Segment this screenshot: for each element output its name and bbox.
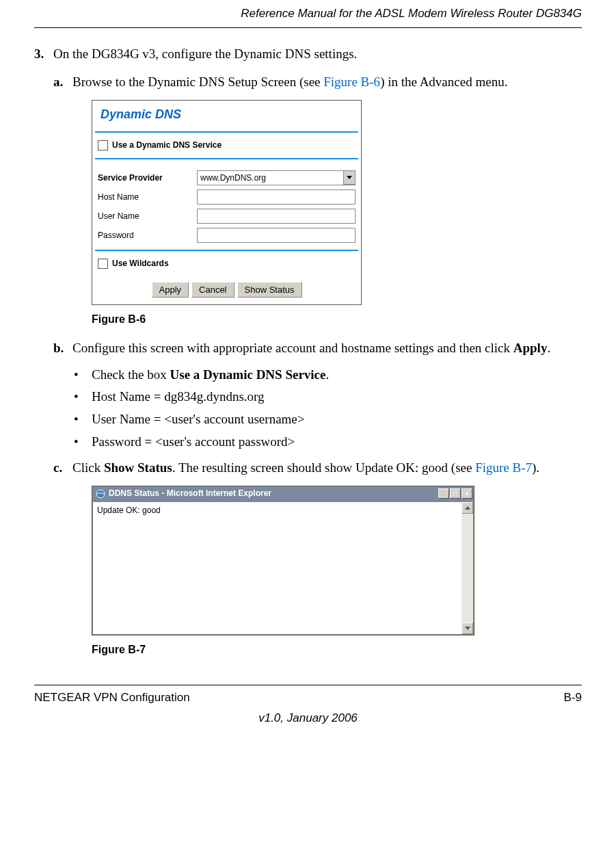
substep-c-mid: . The resulting screen should show Updat… (172, 460, 475, 475)
bullet-4: Password = <user's account password> (74, 433, 582, 451)
footer-left: NETGEAR VPN Configuration (34, 690, 190, 706)
figure-b6-block: Dynamic DNS Use a Dynamic DNS Service Se… (92, 100, 582, 327)
substep-a-post: ) in the Advanced menu. (380, 75, 507, 89)
page-content: 3. On the DG834G v3, configure the Dynam… (34, 28, 582, 657)
password-label: Password (98, 230, 197, 241)
ddns-panel-title: Dynamic DNS (95, 101, 358, 133)
scroll-up-icon[interactable] (461, 502, 473, 514)
minimize-icon[interactable]: _ (438, 488, 449, 499)
step-3: 3. On the DG834G v3, configure the Dynam… (34, 45, 582, 64)
footer-top-row: NETGEAR VPN Configuration B-9 (34, 690, 582, 706)
substep-a: a. Browse to the Dynamic DNS Setup Scree… (53, 73, 582, 92)
scroll-down-icon[interactable] (461, 622, 473, 634)
password-row: Password (98, 228, 356, 243)
page-footer: NETGEAR VPN Configuration B-9 v1.0, Janu… (34, 685, 582, 726)
ie-content-text: Update OK: good (93, 502, 461, 634)
use-wildcards-checkbox[interactable] (98, 259, 108, 269)
ddns-wildcards-section: Use Wildcards (95, 251, 358, 276)
user-name-input[interactable] (197, 209, 356, 224)
bullet-1-post: . (325, 367, 329, 382)
show-status-button[interactable]: Show Status (237, 282, 302, 298)
footer-right: B-9 (564, 690, 582, 706)
substep-letter: c. (53, 459, 72, 477)
figure-b6-link[interactable]: Figure B-6 (323, 75, 380, 89)
ie-body: Update OK: good (92, 501, 474, 635)
ddns-fields-section: Service Provider www.DynDNS.org Host Nam… (95, 159, 358, 251)
use-wildcards-row: Use Wildcards (98, 258, 356, 270)
substep-c-bold: Show Status (104, 460, 172, 475)
ddns-button-bar: Apply Cancel Show Status (92, 276, 361, 304)
ie-icon (95, 488, 106, 499)
use-wildcards-label: Use Wildcards (112, 258, 169, 270)
page-header: Reference Manual for the ADSL Modem Wire… (34, 0, 582, 28)
bullet-1-bold: Use a Dynamic DNS Service (170, 367, 326, 382)
bullet-2: Host Name = dg834g.dyndns.org (74, 388, 582, 406)
figure-b7-caption: Figure B-7 (92, 642, 582, 657)
cancel-button[interactable]: Cancel (191, 282, 234, 298)
step-3-text: On the DG834G v3, configure the Dynamic … (53, 45, 357, 64)
substep-b-body: Configure this screen with appropriate a… (72, 339, 550, 358)
substep-c: c. Click Show Status. The resulting scre… (53, 459, 582, 477)
figure-b7-link[interactable]: Figure B-7 (475, 460, 532, 475)
service-provider-select[interactable]: www.DynDNS.org (197, 170, 356, 185)
bullet-3: User Name = <user's account username> (74, 410, 582, 429)
ie-window: DDNS Status - Microsoft Internet Explore… (92, 486, 474, 635)
host-name-label: Host Name (98, 192, 197, 203)
substep-b-post: . (547, 341, 550, 355)
bullet-1-pre: Check the box (92, 367, 170, 382)
host-name-input[interactable] (197, 189, 356, 205)
use-ddns-checkbox[interactable] (98, 140, 108, 150)
figure-b7-block: DDNS Status - Microsoft Internet Explore… (92, 486, 582, 657)
apply-button[interactable]: Apply (152, 282, 189, 298)
substep-b-bold: Apply (513, 341, 548, 355)
use-ddns-row: Use a Dynamic DNS Service (98, 140, 356, 151)
ie-scrollbar[interactable] (461, 502, 473, 634)
service-provider-label: Service Provider (98, 172, 197, 184)
ddns-panel: Dynamic DNS Use a Dynamic DNS Service Se… (92, 100, 362, 305)
maximize-icon[interactable]: □ (450, 488, 461, 499)
substep-c-pre: Click (72, 460, 104, 475)
use-ddns-label: Use a Dynamic DNS Service (112, 140, 222, 151)
step-number: 3. (34, 45, 53, 64)
ie-window-controls: _ □ × (438, 488, 472, 499)
step-3-substeps: a. Browse to the Dynamic DNS Setup Scree… (53, 73, 582, 657)
footer-center: v1.0, January 2006 (34, 710, 582, 726)
chevron-down-icon[interactable] (343, 171, 355, 185)
bullet-1: Check the box Use a Dynamic DNS Service. (74, 366, 582, 384)
service-provider-value: www.DynDNS.org (198, 172, 343, 184)
substep-a-pre: Browse to the Dynamic DNS Setup Screen (… (72, 75, 323, 89)
substep-letter: a. (53, 73, 72, 92)
host-name-row: Host Name (98, 189, 356, 205)
substep-b: b. Configure this screen with appropriat… (53, 339, 582, 358)
ie-titlebar: DDNS Status - Microsoft Internet Explore… (92, 486, 474, 501)
close-icon[interactable]: × (461, 488, 472, 499)
ie-window-title: DDNS Status - Microsoft Internet Explore… (109, 488, 438, 499)
password-input[interactable] (197, 228, 356, 243)
substep-c-post: ). (532, 460, 539, 475)
ddns-top-section: Use a Dynamic DNS Service (95, 133, 358, 159)
service-provider-row: Service Provider www.DynDNS.org (98, 170, 356, 185)
user-name-row: User Name (98, 209, 356, 224)
substep-b-bullets: Check the box Use a Dynamic DNS Service.… (74, 366, 582, 451)
substep-c-body: Click Show Status. The resulting screen … (72, 459, 539, 477)
user-name-label: User Name (98, 211, 197, 222)
substep-b-pre: Configure this screen with appropriate a… (72, 341, 513, 355)
substep-a-body: Browse to the Dynamic DNS Setup Screen (… (72, 73, 507, 92)
figure-b6-caption: Figure B-6 (92, 312, 582, 327)
substep-letter: b. (53, 339, 72, 358)
header-title: Reference Manual for the ADSL Modem Wire… (241, 7, 582, 20)
